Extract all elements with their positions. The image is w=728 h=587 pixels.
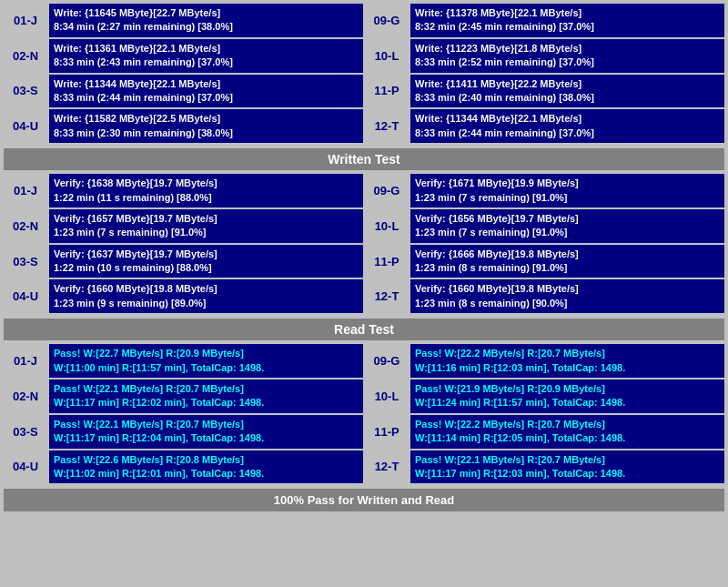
write-row-03s: 03-S Write: {11344 MByte}[22.1 MByte/s] … (4, 75, 363, 108)
read-row-10l: 10-L Pass! W:[21.9 MByte/s] R:[20.9 MByt… (365, 380, 724, 413)
read-test-header: Read Test (4, 319, 724, 340)
read-label-02n: 02-N (4, 380, 47, 413)
write-cell-11p: Write: {11411 MByte}[22.2 MByte/s] 8:33 … (410, 75, 724, 108)
write-row-09g: 09-G Write: {11378 MByte}[22.1 MByte/s] … (365, 4, 724, 37)
written-right-col: 09-G Write: {11378 MByte}[22.1 MByte/s] … (365, 4, 724, 145)
verify-cell-12t: Verify: {1660 MByte}[19.8 MByte/s] 1:23 … (410, 279, 724, 313)
write-cell-01j: Write: {11645 MByte}[22.7 MByte/s] 8:34 … (49, 4, 363, 37)
read-cell-11p: Pass! W:[22.2 MByte/s] R:[20.7 MByte/s] … (410, 415, 724, 449)
verify-row-12t: 12-T Verify: {1660 MByte}[19.8 MByte/s] … (365, 279, 724, 313)
verify-left-col: 01-J Verify: {1638 MByte}[19.7 MByte/s] … (4, 174, 363, 315)
write-cell-04u: Write: {11582 MByte}[22.5 MByte/s] 8:33 … (49, 109, 363, 143)
verify-label-02n: 02-N (4, 209, 47, 243)
write-row-04u: 04-U Write: {11582 MByte}[22.5 MByte/s] … (4, 109, 363, 143)
write-cell-10l: Write: {11223 MByte}[21.8 MByte/s] 8:33 … (410, 39, 724, 73)
verify-cell-02n: Verify: {1657 MByte}[19.7 MByte/s] 1:23 … (49, 209, 363, 243)
verify-cell-04u: Verify: {1660 MByte}[19.8 MByte/s] 1:23 … (49, 279, 363, 313)
read-label-04u: 04-U (4, 450, 47, 484)
verify-label-10l: 10-L (365, 209, 409, 243)
verify-label-01j: 01-J (4, 174, 47, 207)
read-label-12t: 12-T (365, 450, 409, 484)
verify-row-01j: 01-J Verify: {1638 MByte}[19.7 MByte/s] … (4, 174, 363, 207)
write-label-10l: 10-L (365, 39, 409, 73)
written-test-section: 01-J Write: {11645 MByte}[22.7 MByte/s] … (4, 4, 724, 145)
read-row-01j: 01-J Pass! W:[22.7 MByte/s] R:[20.9 MByt… (4, 344, 363, 378)
verify-label-03s: 03-S (4, 245, 47, 278)
write-cell-02n: Write: {11361 MByte}[22.1 MByte/s] 8:33 … (49, 39, 363, 73)
written-left-col: 01-J Write: {11645 MByte}[22.7 MByte/s] … (4, 4, 363, 145)
write-label-02n: 02-N (4, 39, 47, 73)
verify-label-12t: 12-T (365, 279, 409, 313)
verify-test-grid: 01-J Verify: {1638 MByte}[19.7 MByte/s] … (4, 174, 724, 315)
verify-row-10l: 10-L Verify: {1656 MByte}[19.7 MByte/s] … (365, 209, 724, 243)
verify-row-02n: 02-N Verify: {1657 MByte}[19.7 MByte/s] … (4, 209, 363, 243)
write-cell-03s: Write: {11344 MByte}[22.1 MByte/s] 8:33 … (49, 75, 363, 108)
read-row-04u: 04-U Pass! W:[22.6 MByte/s] R:[20.8 MByt… (4, 450, 363, 484)
write-label-03s: 03-S (4, 75, 47, 108)
verify-cell-11p: Verify: {1666 MByte}[19.8 MByte/s] 1:23 … (410, 245, 724, 278)
write-row-10l: 10-L Write: {11223 MByte}[21.8 MByte/s] … (365, 39, 724, 73)
verify-row-11p: 11-P Verify: {1666 MByte}[19.8 MByte/s] … (365, 245, 724, 278)
verify-cell-01j: Verify: {1638 MByte}[19.7 MByte/s] 1:22 … (49, 174, 363, 207)
write-label-09g: 09-G (365, 4, 409, 37)
read-label-03s: 03-S (4, 415, 47, 449)
verify-cell-10l: Verify: {1656 MByte}[19.7 MByte/s] 1:23 … (410, 209, 724, 243)
write-label-12t: 12-T (365, 109, 409, 143)
read-row-03s: 03-S Pass! W:[22.1 MByte/s] R:[20.7 MByt… (4, 415, 363, 449)
read-cell-02n: Pass! W:[22.1 MByte/s] R:[20.7 MByte/s] … (49, 380, 363, 413)
read-test-grid: 01-J Pass! W:[22.7 MByte/s] R:[20.9 MByt… (4, 344, 724, 485)
verify-cell-09g: Verify: {1671 MByte}[19.9 MByte/s] 1:23 … (410, 174, 724, 207)
read-label-11p: 11-P (365, 415, 409, 449)
write-cell-09g: Write: {11378 MByte}[22.1 MByte/s] 8:32 … (410, 4, 724, 37)
verify-cell-03s: Verify: {1637 MByte}[19.7 MByte/s] 1:22 … (49, 245, 363, 278)
main-container: 01-J Write: {11645 MByte}[22.7 MByte/s] … (0, 0, 728, 515)
read-right-col: 09-G Pass! W:[22.2 MByte/s] R:[20.7 MByt… (365, 344, 724, 485)
verify-right-col: 09-G Verify: {1671 MByte}[19.9 MByte/s] … (365, 174, 724, 315)
read-cell-04u: Pass! W:[22.6 MByte/s] R:[20.8 MByte/s] … (49, 450, 363, 484)
written-test-header: Written Test (4, 148, 724, 170)
write-cell-12t: Write: {11344 MByte}[22.1 MByte/s] 8:33 … (410, 109, 724, 143)
read-row-09g: 09-G Pass! W:[22.2 MByte/s] R:[20.7 MByt… (365, 344, 724, 378)
verify-test-section: 01-J Verify: {1638 MByte}[19.7 MByte/s] … (4, 174, 724, 315)
written-test-grid: 01-J Write: {11645 MByte}[22.7 MByte/s] … (4, 4, 724, 145)
verify-label-09g: 09-G (365, 174, 409, 207)
read-label-09g: 09-G (365, 344, 409, 378)
read-label-10l: 10-L (365, 380, 409, 413)
read-label-01j: 01-J (4, 344, 47, 378)
write-row-01j: 01-J Write: {11645 MByte}[22.7 MByte/s] … (4, 4, 363, 37)
write-label-01j: 01-J (4, 4, 47, 37)
read-cell-09g: Pass! W:[22.2 MByte/s] R:[20.7 MByte/s] … (410, 344, 724, 378)
read-cell-10l: Pass! W:[21.9 MByte/s] R:[20.9 MByte/s] … (410, 380, 724, 413)
status-bar: 100% Pass for Written and Read (4, 489, 724, 511)
write-row-11p: 11-P Write: {11411 MByte}[22.2 MByte/s] … (365, 75, 724, 108)
write-row-02n: 02-N Write: {11361 MByte}[22.1 MByte/s] … (4, 39, 363, 73)
write-label-11p: 11-P (365, 75, 409, 108)
verify-row-04u: 04-U Verify: {1660 MByte}[19.8 MByte/s] … (4, 279, 363, 313)
read-row-11p: 11-P Pass! W:[22.2 MByte/s] R:[20.7 MByt… (365, 415, 724, 449)
write-label-04u: 04-U (4, 109, 47, 143)
verify-label-04u: 04-U (4, 279, 47, 313)
read-cell-01j: Pass! W:[22.7 MByte/s] R:[20.9 MByte/s] … (49, 344, 363, 378)
read-cell-03s: Pass! W:[22.1 MByte/s] R:[20.7 MByte/s] … (49, 415, 363, 449)
write-row-12t: 12-T Write: {11344 MByte}[22.1 MByte/s] … (365, 109, 724, 143)
verify-label-11p: 11-P (365, 245, 409, 278)
read-row-02n: 02-N Pass! W:[22.1 MByte/s] R:[20.7 MByt… (4, 380, 363, 413)
verify-row-09g: 09-G Verify: {1671 MByte}[19.9 MByte/s] … (365, 174, 724, 207)
read-row-12t: 12-T Pass! W:[22.1 MByte/s] R:[20.7 MByt… (365, 450, 724, 484)
read-test-section: 01-J Pass! W:[22.7 MByte/s] R:[20.9 MByt… (4, 344, 724, 485)
read-left-col: 01-J Pass! W:[22.7 MByte/s] R:[20.9 MByt… (4, 344, 363, 485)
verify-row-03s: 03-S Verify: {1637 MByte}[19.7 MByte/s] … (4, 245, 363, 278)
read-cell-12t: Pass! W:[22.1 MByte/s] R:[20.7 MByte/s] … (410, 450, 724, 484)
